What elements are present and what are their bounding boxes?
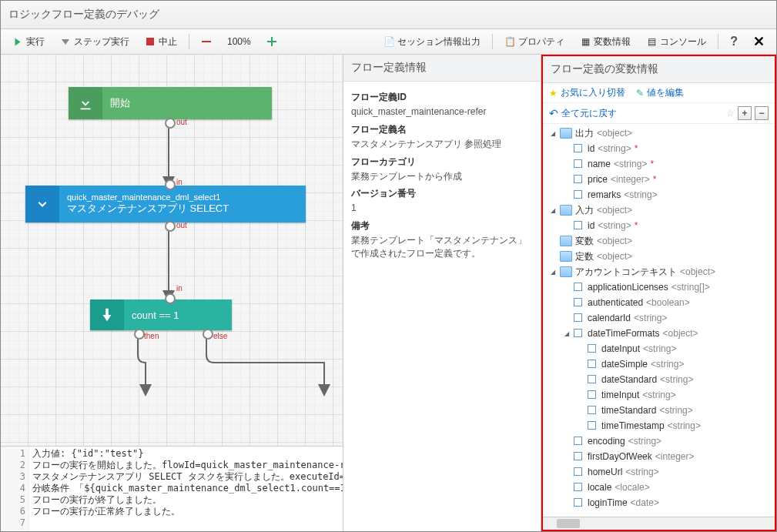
node-condition[interactable]: count == 1 [90, 299, 232, 330]
h-scrollbar[interactable] [543, 517, 775, 530]
tree-row[interactable]: ◢アカウントコンテキスト <object> [543, 264, 775, 279]
toggle-icon[interactable]: ◢ [563, 330, 571, 337]
zoom-out-button[interactable] [194, 33, 219, 50]
port[interactable] [165, 221, 176, 232]
tree-node-name: id [588, 220, 594, 231]
tree-node-name: timeStandard [601, 405, 656, 416]
port[interactable] [165, 118, 176, 129]
leaf-icon [574, 144, 584, 153]
node-start[interactable]: 開始 [69, 87, 272, 119]
tree-row[interactable]: locale <locale> [543, 480, 775, 495]
plus-icon [266, 36, 277, 47]
tree-node-name: 出力 [575, 127, 594, 140]
node-task[interactable]: quick_master_maintenance_dml_select1マスタメ… [25, 186, 306, 223]
tree-row[interactable]: name <string> * [543, 156, 775, 172]
favorite-toggle[interactable]: お気に入り切替 [561, 86, 625, 99]
collapse-all-button[interactable]: − [755, 106, 769, 120]
edit-values[interactable]: 値を編集 [647, 86, 684, 99]
console-button[interactable]: ▤コンソール [639, 32, 713, 52]
port[interactable] [165, 179, 176, 190]
tree-row[interactable]: authenticated <boolean> [543, 295, 775, 310]
variable-tree[interactable]: ◢出力 <object>id <string> *name <string> *… [543, 124, 775, 517]
step-button[interactable]: ステップ実行 [53, 32, 136, 52]
leaf-icon [574, 298, 584, 307]
leaf-icon [588, 360, 598, 369]
tree-row[interactable]: ◢入力 <object> [543, 202, 775, 218]
flow-version-label: バージョン番号 [351, 187, 533, 200]
tree-row[interactable]: dateInput <string> [543, 341, 775, 356]
folder-icon [560, 236, 572, 246]
tree-node-name: dateSimple [601, 359, 648, 370]
tree-row[interactable]: price <integer> * [543, 172, 775, 187]
flow-info-header: フロー定義情報 [343, 55, 541, 82]
download-icon [69, 87, 102, 119]
log-lines[interactable]: 入力値: {"id":"test"}フローの実行を開始しました。flowId=q… [29, 447, 343, 531]
tree-node-type: <string> [668, 420, 701, 431]
tree-row[interactable]: 変数 <object> [543, 233, 775, 249]
tree-row[interactable]: remarks <string> [543, 187, 775, 202]
flow-canvas[interactable]: 開始 out quick_master_maintenance_dml_sele… [1, 55, 343, 446]
tree-row[interactable]: timeTimestamp <string> [543, 418, 775, 433]
varinfo-button[interactable]: ▦変数情報 [573, 32, 638, 52]
stop-button[interactable]: 中止 [138, 32, 184, 52]
run-button[interactable]: 実行 [5, 32, 52, 52]
zoom-in-button[interactable] [260, 33, 284, 50]
tree-node-name: timeInput [601, 390, 639, 400]
tree-node-type: <string> [634, 313, 667, 323]
port[interactable] [203, 329, 213, 340]
session-info-button[interactable]: 📄セッション情報出力 [377, 32, 487, 52]
help-button[interactable]: ? [723, 32, 745, 52]
tree-node-name: loginTime [588, 497, 628, 508]
tree-row[interactable]: encoding <string> [543, 433, 775, 449]
tree-row[interactable]: timeStandard <string> [543, 403, 775, 418]
tree-node-name: 定数 [575, 250, 594, 263]
close-button[interactable]: ✕ [746, 30, 772, 53]
property-button[interactable]: 📋プロパティ [497, 32, 571, 52]
leaf-icon [588, 344, 598, 353]
leaf-icon [574, 190, 584, 199]
toggle-icon[interactable]: ◢ [549, 207, 557, 214]
tree-node-name: authenticated [588, 297, 643, 308]
leaf-icon [588, 390, 598, 400]
port-label: out [176, 221, 187, 229]
tree-row[interactable]: calendarId <string> [543, 310, 775, 326]
tree-row[interactable]: applicationLicenses <string[]> [543, 279, 775, 295]
tree-row[interactable]: id <string> * [543, 141, 775, 156]
tree-row[interactable]: dateSimple <string> [543, 356, 775, 372]
tree-row[interactable]: id <string> * [543, 218, 775, 233]
flow-info-panel: フロー定義情報 フロー定義ID quick_master_maintenance… [343, 55, 541, 531]
tree-row[interactable]: 定数 <object> [543, 249, 775, 264]
required-mark: * [650, 159, 654, 169]
port[interactable] [134, 329, 145, 340]
tree-node-type: <string> [614, 159, 647, 169]
tree-row[interactable]: dateStandard <string> [543, 372, 775, 387]
expand-all-button[interactable]: + [738, 106, 752, 120]
tree-node-type: <string> [625, 467, 658, 477]
tree-row[interactable]: timeInput <string> [543, 387, 775, 403]
tree-node-name: 入力 [575, 204, 594, 217]
toggle-icon[interactable]: ◢ [549, 130, 557, 137]
node-task-id: quick_master_maintenance_dml_select1 [67, 192, 298, 202]
window-title: ロジックフロー定義のデバッグ [1, 1, 776, 29]
tree-row[interactable]: firstDayOfWeek <integer> [543, 449, 775, 464]
leaf-icon [574, 452, 584, 461]
branch-icon [90, 299, 124, 330]
port-label: in [176, 284, 183, 293]
port-label: else [213, 332, 227, 340]
tree-row[interactable]: loginTime <date> [543, 495, 775, 510]
revert-all[interactable]: 全て元に戻す [561, 107, 617, 120]
tree-row[interactable]: ◢出力 <object> [543, 125, 775, 141]
tree-row[interactable]: homeUrl <string> [543, 464, 775, 480]
tree-node-type: <string> [659, 405, 692, 416]
tree-node-name: calendarId [588, 313, 631, 323]
toggle-icon[interactable]: ◢ [549, 269, 557, 276]
required-mark: * [635, 143, 638, 154]
zoom-level[interactable]: 100% [220, 33, 258, 50]
port[interactable] [165, 293, 176, 304]
stop-icon [145, 36, 156, 47]
var-info-panel: フロー定義の変数情報 ★ お気に入り切替 ✎ 値を編集 ↶ 全て元に戻す ☆ +… [541, 55, 776, 531]
leaf-icon [574, 283, 584, 292]
tree-node-type: <string> [643, 343, 676, 354]
tree-node-name: applicationLicenses [588, 282, 668, 293]
tree-row[interactable]: ◢dateTimeFormats <object> [543, 326, 775, 341]
